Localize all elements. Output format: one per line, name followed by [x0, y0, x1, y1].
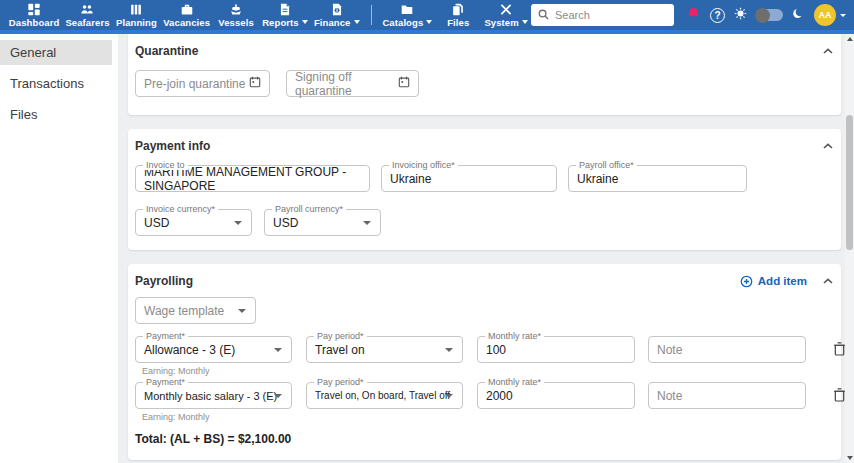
- section-title-payment-info: Payment info: [135, 139, 210, 153]
- search-input[interactable]: [555, 9, 667, 21]
- monthly-rate-field[interactable]: Monthly rate* 2000: [477, 382, 635, 409]
- field-placeholder: Pre-join quarantine: [144, 77, 245, 91]
- people-icon: [80, 3, 94, 17]
- delete-row-icon[interactable]: [833, 341, 845, 360]
- sun-icon: [734, 6, 747, 24]
- nav-item-system[interactable]: System: [481, 3, 531, 28]
- nav-label: Dashboard: [9, 17, 60, 28]
- signoff-quarantine-date-field[interactable]: Signing off quarantine: [286, 70, 419, 97]
- sidebar-item-transactions[interactable]: Transactions: [0, 71, 112, 96]
- field-label: Invoice currency*: [143, 205, 218, 214]
- calendar-icon[interactable]: [249, 76, 261, 91]
- nav-item-seafarers[interactable]: Seafarers: [62, 3, 112, 28]
- dashboard-icon: [27, 3, 41, 17]
- invoice-to-field[interactable]: Invoice to MARITIME MANAGEMENT GROUP - S…: [135, 165, 370, 192]
- field-label: Invoicing office*: [389, 161, 458, 170]
- notification-bell-icon[interactable]: [686, 6, 701, 25]
- field-label: Payment*: [143, 332, 188, 341]
- field-label: Payroll office*: [576, 161, 637, 170]
- nav-label: Seafarers: [65, 17, 109, 28]
- field-value: USD: [273, 216, 298, 230]
- nav-item-reports[interactable]: Reports: [259, 3, 311, 28]
- field-value: USD: [144, 216, 169, 230]
- payroll-currency-select[interactable]: Payroll currency* USD: [264, 209, 381, 236]
- nav-label: Planning: [116, 17, 157, 28]
- field-label: Payroll currency*: [272, 205, 346, 214]
- field-label: Monthly rate*: [485, 332, 544, 341]
- payroll-office-field[interactable]: Payroll office* Ukraine: [568, 165, 747, 192]
- nav-item-planning[interactable]: Planning: [113, 3, 160, 28]
- nav-item-vacancies[interactable]: Vacancies: [160, 3, 213, 28]
- prejoin-quarantine-date-field[interactable]: Pre-join quarantine: [135, 70, 270, 97]
- invoice-currency-select[interactable]: Invoice currency* USD: [135, 209, 252, 236]
- nav-icon-cluster: ? AA: [686, 4, 846, 26]
- chevron-down-icon: [522, 20, 528, 24]
- report-icon: [278, 3, 292, 17]
- field-placeholder: Note: [657, 389, 682, 403]
- field-value: Allowance - 3 (E): [144, 343, 235, 357]
- sidebar-item-files[interactable]: Files: [0, 102, 112, 127]
- payment-select[interactable]: Payment* Monthly basic salary - 3 (E): [135, 382, 292, 409]
- ship-icon: [229, 3, 243, 17]
- pay-period-select[interactable]: Pay period* Travel on: [306, 336, 463, 363]
- search-box[interactable]: [531, 4, 674, 26]
- nav-label: System: [484, 17, 518, 28]
- avatar: AA: [814, 4, 836, 26]
- earning-helper-text: Earning: Monthly: [142, 412, 833, 422]
- payrolling-card: Payrolling Add item Wage template Paymen: [128, 264, 841, 460]
- nav-item-finance[interactable]: Finance: [311, 3, 363, 28]
- sidebar-item-general[interactable]: General: [0, 40, 112, 65]
- field-placeholder: Wage template: [144, 304, 224, 318]
- field-label: Invoice to: [143, 161, 188, 170]
- add-item-button[interactable]: Add item: [740, 275, 807, 288]
- field-value: 100: [486, 343, 506, 357]
- field-value: Monthly basic salary - 3 (E): [144, 390, 277, 402]
- nav-label: Vessels: [218, 17, 254, 28]
- collapse-chevron-up-icon[interactable]: [823, 278, 833, 284]
- earning-helper-text: Earning: Monthly: [142, 366, 833, 376]
- help-icon[interactable]: ?: [710, 8, 725, 23]
- nav-label: Reports: [262, 17, 299, 28]
- field-label: Pay period*: [314, 332, 367, 341]
- wage-template-select[interactable]: Wage template: [135, 297, 256, 324]
- folder-icon: [400, 3, 414, 17]
- field-value: 2000: [486, 389, 513, 403]
- field-value: Travel on: [315, 343, 365, 357]
- files-icon: [451, 3, 465, 17]
- plus-circle-icon: [740, 275, 753, 288]
- scrollbar-thumb[interactable]: [846, 115, 853, 250]
- payment-select[interactable]: Payment* Allowance - 3 (E): [135, 336, 292, 363]
- note-field[interactable]: Note: [648, 382, 806, 409]
- field-label: Payment*: [143, 378, 188, 387]
- nav-item-catalogs[interactable]: Catalogs: [380, 3, 436, 28]
- section-title-quarantine: Quarantine: [135, 44, 198, 58]
- scroll-up-arrow[interactable]: [847, 37, 853, 41]
- pay-period-select[interactable]: Pay period* Travel on, On board, Travel …: [306, 382, 463, 409]
- field-value: Ukraine: [577, 172, 618, 186]
- main-area: General Transactions Files Quarantine Pr…: [0, 34, 854, 463]
- nav-item-vessels[interactable]: Vessels: [213, 3, 259, 28]
- field-label: Monthly rate*: [485, 378, 544, 387]
- quarantine-card: Quarantine Pre-join quarantine Signing o…: [128, 34, 841, 115]
- calendar-icon[interactable]: [398, 76, 410, 91]
- planning-icon: [129, 3, 143, 17]
- payroll-total-text: Total: (AL + BS) = $2,100.00: [135, 432, 833, 446]
- section-title-payrolling: Payrolling: [135, 274, 193, 288]
- collapse-chevron-up-icon[interactable]: [823, 143, 833, 149]
- content: Quarantine Pre-join quarantine Signing o…: [118, 34, 845, 463]
- note-field[interactable]: Note: [648, 336, 806, 363]
- field-label: Pay period*: [314, 378, 367, 387]
- nav-item-files[interactable]: Files: [435, 3, 481, 28]
- collapse-chevron-up-icon[interactable]: [823, 48, 833, 54]
- payment-info-card: Payment info Invoice to MARITIME MANAGEM…: [128, 129, 841, 250]
- user-menu[interactable]: AA: [814, 4, 846, 26]
- vertical-scrollbar[interactable]: [845, 34, 854, 463]
- monthly-rate-field[interactable]: Monthly rate* 100: [477, 336, 635, 363]
- invoicing-office-field[interactable]: Invoicing office* Ukraine: [381, 165, 557, 192]
- add-item-label: Add item: [758, 275, 807, 287]
- chevron-down-icon: [302, 20, 308, 24]
- theme-toggle[interactable]: [756, 9, 783, 21]
- delete-row-icon[interactable]: [833, 387, 845, 406]
- scroll-down-arrow[interactable]: [847, 456, 853, 460]
- nav-item-dashboard[interactable]: Dashboard: [6, 3, 62, 28]
